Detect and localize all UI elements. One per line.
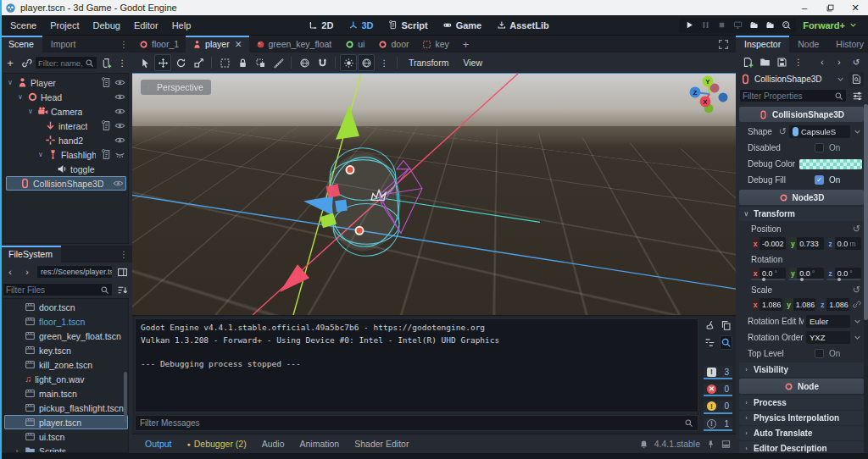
file-floor1[interactable]: floor_1.tscn xyxy=(4,314,128,329)
load-resource-button[interactable] xyxy=(757,54,772,69)
bottom-tab-animation[interactable]: Animation xyxy=(292,439,348,449)
group-node-button[interactable] xyxy=(252,54,269,71)
copy-output-button[interactable] xyxy=(720,318,733,333)
scale-y-field[interactable]: y1.086 xyxy=(785,298,816,311)
workspace-game[interactable]: Game xyxy=(437,20,489,30)
disabled-checkbox[interactable] xyxy=(815,143,824,152)
local-space-button[interactable] xyxy=(296,54,313,71)
ruler-tool-button[interactable] xyxy=(270,54,287,71)
new-resource-button[interactable] xyxy=(740,54,755,69)
tab-filesystem[interactable]: FileSystem xyxy=(0,246,61,263)
scene-tab-ui[interactable]: ui xyxy=(338,36,371,53)
select-tool-button[interactable] xyxy=(136,54,153,71)
scene-tab-player[interactable]: player✕ xyxy=(186,36,248,53)
instantiate-scene-button[interactable] xyxy=(19,55,34,70)
position-z-field[interactable]: z0.0m xyxy=(826,237,861,250)
preview-sun-button[interactable] xyxy=(340,54,357,71)
clear-output-button[interactable] xyxy=(704,318,717,333)
projection-selector[interactable]: ⋮ Perspective xyxy=(141,80,211,95)
pause-button[interactable] xyxy=(698,19,713,32)
rotation-edit-dropdown[interactable]: Euler xyxy=(806,315,850,328)
eye-icon[interactable] xyxy=(114,120,125,131)
bottom-tab-debugger[interactable]: ●Debugger (2) xyxy=(180,439,254,449)
viewport-3d[interactable]: Y Z X ⋮ Perspective xyxy=(132,73,736,315)
file-sort-button[interactable] xyxy=(114,282,130,297)
show-search-button[interactable] xyxy=(720,335,733,350)
errors-filter-badge[interactable]: ✕0 xyxy=(704,384,732,396)
eye-icon[interactable] xyxy=(114,91,125,102)
section-editor-description[interactable]: ›Editor Description xyxy=(739,441,864,453)
menu-scene[interactable]: Scene xyxy=(3,20,43,30)
tab-import[interactable]: Import xyxy=(42,36,85,53)
file-door[interactable]: door.tscn xyxy=(4,300,128,314)
scale-z-field[interactable]: z1.086 xyxy=(818,298,849,311)
tab-inspector[interactable]: Inspector xyxy=(736,36,789,53)
revert-icon[interactable]: ↺ xyxy=(853,224,860,235)
inspector-scrollbar-thumb[interactable] xyxy=(864,104,868,320)
notifications-bell-icon[interactable] xyxy=(639,440,648,449)
split-view-button[interactable] xyxy=(114,264,130,279)
chevron-down-icon[interactable] xyxy=(836,75,845,84)
file-main[interactable]: main.tscn xyxy=(4,386,128,401)
collapse-duplicates-button[interactable] xyxy=(704,335,717,350)
debug-color-swatch[interactable] xyxy=(799,159,862,169)
add-node-button[interactable]: + xyxy=(3,55,18,70)
rotate-tool-button[interactable] xyxy=(172,54,189,71)
tree-row-head[interactable]: ∨ Head xyxy=(4,90,128,104)
bottom-tab-shader-editor[interactable]: Shader Editor xyxy=(347,439,416,449)
script-icon[interactable] xyxy=(101,120,112,131)
file-player[interactable]: player.tscn xyxy=(4,415,128,429)
play-scene-button[interactable] xyxy=(746,19,761,32)
select-box-tool-button[interactable] xyxy=(216,54,233,71)
tree-row-camera[interactable]: ∨ Camera xyxy=(4,104,128,119)
transform-menu[interactable]: Transform xyxy=(402,58,455,68)
rotation-x-field[interactable]: x0.0° xyxy=(751,268,786,280)
file-ui[interactable]: ui.tscn xyxy=(4,429,128,444)
history-back-button[interactable]: ‹ xyxy=(3,264,18,279)
link-scale-icon[interactable] xyxy=(852,300,861,309)
workspace-3d[interactable]: 3D xyxy=(342,20,380,30)
rotation-y-field[interactable]: y0.0° xyxy=(788,268,823,280)
file-filter-input[interactable] xyxy=(6,285,98,295)
revert-icon[interactable]: ↺ xyxy=(853,285,860,296)
chevron-down-icon[interactable] xyxy=(853,127,862,136)
chevron-down-icon[interactable] xyxy=(853,317,862,326)
close-button[interactable]: ✕ xyxy=(843,0,868,15)
eye-icon[interactable] xyxy=(114,135,125,146)
file-key[interactable]: key.tscn xyxy=(4,343,128,357)
inspector-forward-button[interactable]: › xyxy=(832,54,847,69)
lock-node-button[interactable] xyxy=(234,54,251,71)
workspace-2d[interactable]: 2D xyxy=(302,20,340,30)
workspace-script[interactable]: Script xyxy=(381,20,434,30)
chevron-down-icon[interactable] xyxy=(853,333,862,342)
close-tab-icon[interactable]: ✕ xyxy=(235,39,242,49)
move-tool-button[interactable] xyxy=(154,54,171,71)
scene-tab-key[interactable]: key xyxy=(415,36,455,53)
tree-row-hand2[interactable]: hand2 xyxy=(4,133,128,147)
scene-tab-door[interactable]: door xyxy=(371,36,415,53)
file-list-scrollbar[interactable] xyxy=(124,372,127,423)
renderer-selector[interactable]: Forward+ xyxy=(796,20,865,30)
scene-filter-input[interactable] xyxy=(38,58,83,68)
bottom-tab-audio[interactable]: Audio xyxy=(254,439,292,449)
rotation-order-dropdown[interactable]: YXZ xyxy=(806,331,850,344)
script-icon[interactable] xyxy=(101,149,112,160)
tree-row-flashlight[interactable]: ∨ Flashlight xyxy=(4,147,128,162)
filter-messages-input[interactable] xyxy=(140,418,681,428)
open-docs-button[interactable] xyxy=(849,72,864,87)
rotation-z-field[interactable]: z0.0° xyxy=(826,268,861,280)
filesystem-menu-icon[interactable]: ⋮ xyxy=(115,246,133,263)
stop-button[interactable] xyxy=(714,19,729,32)
property-filter-input[interactable] xyxy=(743,91,832,101)
view-menu[interactable]: View xyxy=(456,58,489,68)
scene-tab-floor1[interactable]: floor_1 xyxy=(132,36,186,53)
eye-icon[interactable] xyxy=(113,178,124,189)
menu-project[interactable]: Project xyxy=(43,20,86,30)
tab-history[interactable]: History xyxy=(827,36,868,53)
eye-closed-icon[interactable] xyxy=(114,149,125,160)
section-physics-interpolation[interactable]: ›Physics Interpolation xyxy=(739,411,864,425)
shape-value-dropdown[interactable]: CapsuleS xyxy=(789,125,850,138)
section-auto-translate[interactable]: ›Auto Translate xyxy=(739,426,864,440)
top-level-checkbox[interactable] xyxy=(815,349,824,358)
inspector-scrollbar[interactable] xyxy=(864,104,868,453)
